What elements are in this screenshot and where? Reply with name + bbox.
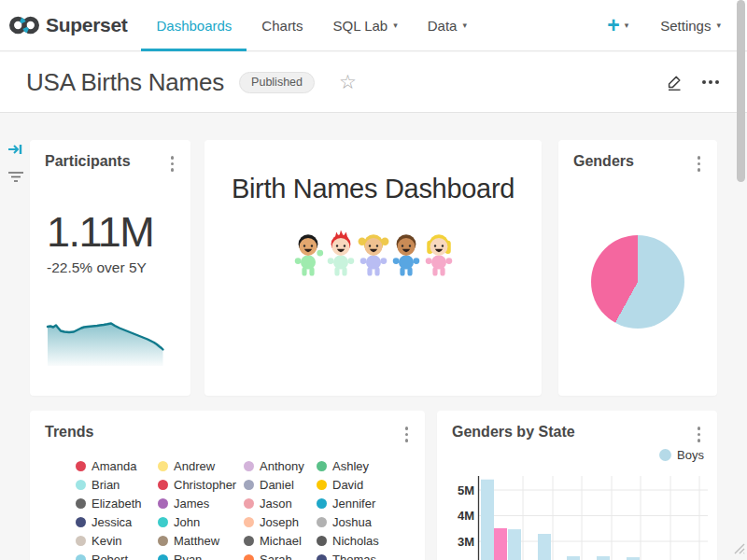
bar[interactable] — [567, 556, 580, 560]
bar[interactable] — [508, 529, 521, 560]
legend-item-david[interactable]: David — [317, 479, 425, 491]
legend-item-brian[interactable]: Brian — [76, 479, 158, 491]
legend-label: Robert — [92, 553, 128, 560]
resize-handle-icon[interactable] — [731, 540, 745, 558]
legend-item-jennifer[interactable]: Jennifer — [317, 497, 425, 510]
expand-filter-bar-icon[interactable] — [7, 142, 23, 161]
legend-dot — [76, 536, 86, 546]
page-title: USA Births Names — [26, 68, 224, 97]
legend-label: Andrew — [174, 459, 215, 473]
legend-item-jessica[interactable]: Jessica — [76, 516, 158, 528]
legend-dot — [76, 498, 86, 509]
legend-item-amanda[interactable]: Amanda — [76, 460, 158, 472]
baby-icon — [423, 229, 455, 279]
legend-dot — [158, 498, 168, 509]
trends-legend: AmandaAndrewAnthonyAshleyBrianChristophe… — [30, 460, 425, 560]
legend-item-matthew[interactable]: Matthew — [158, 535, 244, 547]
chevron-down-icon: ▾ — [625, 21, 629, 30]
legend-dot — [317, 480, 327, 490]
legend-dot — [244, 480, 254, 490]
legend-label: Joseph — [260, 515, 299, 529]
legend-item-james[interactable]: James — [158, 497, 244, 510]
vertical-scrollbar-thumb[interactable] — [737, 0, 745, 182]
legend-item-anthony[interactable]: Anthony — [244, 460, 317, 472]
legend-label: Joshua — [332, 515, 372, 529]
published-badge[interactable]: Published — [239, 72, 315, 93]
nav-item-dashboards[interactable]: Dashboards — [141, 0, 247, 51]
legend-label: Christopher — [174, 478, 236, 492]
nav-item-data[interactable]: Data▾ — [413, 0, 482, 51]
legend-label: Sarah — [260, 553, 292, 560]
legend-label: Jessica — [92, 515, 132, 529]
trends-card: Trends AmandaAndrewAnthonyAshleyBrianChr… — [30, 411, 425, 560]
legend-item-nicholas[interactable]: Nicholas — [317, 535, 425, 547]
settings-menu[interactable]: Settings ▾ — [660, 18, 721, 34]
legend-item-andrew[interactable]: Andrew — [158, 460, 244, 472]
legend-dot — [317, 498, 327, 509]
bar[interactable] — [597, 556, 610, 560]
legend-item-john[interactable]: John — [158, 516, 244, 528]
legend-dot — [158, 554, 168, 560]
dashboard-grid: Participants 1.11M -22.5% over 5Y Birth … — [0, 113, 747, 560]
superset-infinity-icon — [9, 13, 39, 37]
dashboard-header: USA Births Names Published ☆ — [0, 52, 747, 113]
legend-item-michael[interactable]: Michael — [244, 535, 317, 547]
genders-pie-chart[interactable] — [591, 235, 684, 329]
kebab-menu-icon[interactable] — [692, 153, 707, 175]
legend-item-daniel[interactable]: Daniel — [244, 479, 317, 491]
legend-item-joseph[interactable]: Joseph — [244, 516, 317, 528]
more-actions-icon[interactable] — [702, 77, 719, 88]
nav-item-charts[interactable]: Charts — [247, 0, 317, 51]
baby-icon — [292, 229, 324, 279]
bar[interactable] — [538, 534, 551, 560]
bar[interactable] — [494, 528, 507, 560]
nav-item-sql-lab[interactable]: SQL Lab▾ — [318, 0, 413, 51]
baby-icon — [358, 229, 389, 279]
legend-item-ryan[interactable]: Ryan — [158, 553, 244, 560]
nav-right: + ▾ Settings ▾ — [607, 15, 721, 36]
legend-item-kevin[interactable]: Kevin — [76, 535, 158, 547]
markdown-heading: Birth Names Dashboard — [204, 174, 542, 204]
nav-item-label: SQL Lab — [333, 18, 388, 34]
legend-dot — [317, 461, 327, 471]
plus-icon: + — [607, 15, 619, 36]
participants-sparkline — [43, 319, 168, 371]
legend-dot — [76, 480, 86, 490]
superset-logo[interactable]: Superset — [9, 13, 127, 37]
legend-item-thomas[interactable]: Thomas — [317, 553, 425, 560]
baby-icon — [390, 229, 422, 279]
settings-label: Settings — [660, 18, 711, 34]
legend-item-ashley[interactable]: Ashley — [317, 460, 425, 472]
legend-label: David — [332, 478, 363, 492]
genders-by-state-bar-chart[interactable]: 5M4M3M — [437, 411, 717, 560]
chevron-down-icon: ▾ — [393, 21, 398, 30]
legend-label: Elizabeth — [92, 497, 141, 511]
bar[interactable] — [481, 480, 494, 560]
legend-dot — [76, 461, 86, 471]
legend-label: Ashley — [332, 459, 369, 473]
legend-label: James — [174, 497, 209, 511]
svg-text:4M: 4M — [458, 509, 474, 523]
legend-label: Jennifer — [332, 497, 375, 511]
edit-pencil-icon[interactable] — [666, 74, 684, 91]
new-item-button[interactable]: + ▾ — [607, 15, 628, 36]
legend-label: Amanda — [92, 459, 136, 473]
kebab-menu-icon[interactable] — [165, 153, 180, 175]
main-nav-menu: DashboardsChartsSQL Lab▾Data▾ — [141, 0, 481, 51]
legend-label: Brian — [92, 478, 120, 492]
legend-item-jason[interactable]: Jason — [244, 497, 317, 510]
legend-label: John — [174, 515, 200, 529]
legend-item-christopher[interactable]: Christopher — [158, 479, 244, 491]
legend-dot — [317, 517, 327, 527]
legend-item-sarah[interactable]: Sarah — [244, 553, 317, 560]
legend-label: Michael — [260, 534, 302, 548]
favorite-star-icon[interactable]: ☆ — [339, 71, 357, 93]
legend-item-joshua[interactable]: Joshua — [317, 516, 425, 528]
filter-icon[interactable] — [7, 170, 24, 187]
kebab-menu-icon[interactable] — [400, 424, 415, 445]
legend-item-robert[interactable]: Robert — [76, 553, 158, 560]
legend-label: Anthony — [260, 459, 304, 473]
top-navbar: Superset DashboardsChartsSQL Lab▾Data▾ +… — [0, 0, 747, 51]
legend-item-elizabeth[interactable]: Elizabeth — [76, 497, 158, 510]
legend-dot — [244, 554, 254, 560]
